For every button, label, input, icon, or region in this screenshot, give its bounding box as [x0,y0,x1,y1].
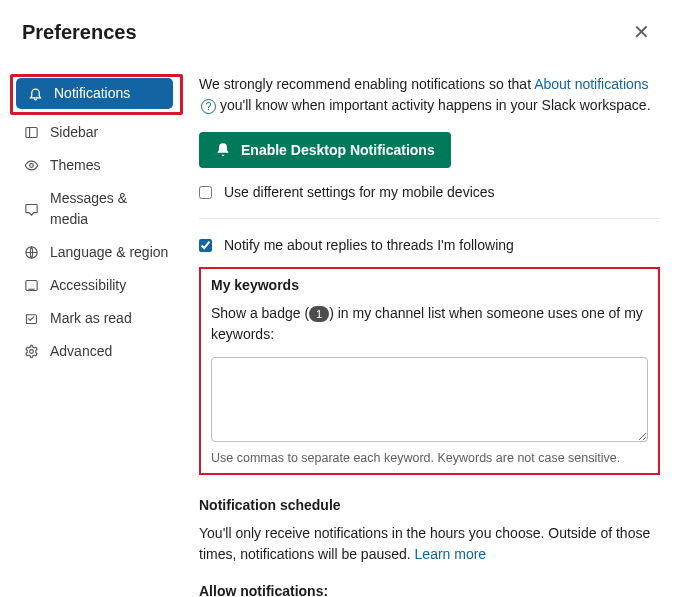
thread-replies-checkbox[interactable] [199,239,212,252]
schedule-title: Notification schedule [199,497,660,513]
sidebar-item-accessibility[interactable]: Accessibility [12,270,179,301]
svg-point-2 [29,164,33,168]
sidebar-item-notifications[interactable]: Notifications [16,78,173,109]
sidebar-item-messages-media[interactable]: Messages & media [12,183,179,235]
sidebar-item-label: Themes [50,155,101,176]
button-label: Enable Desktop Notifications [241,142,435,158]
sidebar-item-label: Language & region [50,242,168,263]
recommend-pre: We strongly recommend enabling notificat… [199,76,534,92]
learn-more-link[interactable]: Learn more [415,546,487,562]
about-notifications-link[interactable]: About notifications [534,76,648,92]
keywords-hint: Use commas to separate each keyword. Key… [211,451,648,465]
sidebar-item-label: Sidebar [50,122,98,143]
bell-icon [215,142,231,158]
mobile-settings-checkbox[interactable] [199,186,212,199]
check-badge-icon [22,310,40,328]
sidebar-item-notifications-highlight: Notifications [10,74,183,115]
globe-icon [22,244,40,262]
divider [199,218,660,219]
accessibility-icon [22,277,40,295]
svg-point-6 [29,350,33,354]
bell-icon [26,85,44,103]
sidebar-item-label: Advanced [50,341,112,362]
sidebar-item-advanced[interactable]: Advanced [12,336,179,367]
sidebar-item-label: Messages & media [50,188,169,230]
sidebar-item-language-region[interactable]: Language & region [12,237,179,268]
my-keywords-title: My keywords [211,277,648,293]
help-icon[interactable]: ? [201,99,216,114]
my-keywords-section: My keywords Show a badge (1) in my chann… [199,267,660,475]
gear-icon [22,343,40,361]
mobile-settings-label: Use different settings for my mobile dev… [224,184,495,200]
content-area: We strongly recommend enabling notificat… [185,58,680,597]
sidebar-icon [22,124,40,142]
sidebar-item-label: Mark as read [50,308,132,329]
enable-desktop-notifications-button[interactable]: Enable Desktop Notifications [199,132,451,168]
svg-rect-0 [25,128,36,138]
sidebar-item-mark-as-read[interactable]: Mark as read [12,303,179,334]
sidebar-item-themes[interactable]: Themes [12,150,179,181]
recommend-text: We strongly recommend enabling notificat… [199,74,660,116]
thread-replies-label: Notify me about replies to threads I'm f… [224,237,514,253]
keywords-input[interactable] [211,357,648,442]
my-keywords-desc: Show a badge (1) in my channel list when… [211,303,648,345]
message-icon [22,200,40,218]
close-icon[interactable]: ✕ [625,16,658,48]
sidebar-item-sidebar[interactable]: Sidebar [12,117,179,148]
sidebar-item-label: Accessibility [50,275,126,296]
keywords-desc-pre: Show a badge ( [211,305,309,321]
badge-count-icon: 1 [309,306,329,322]
sidebar: Notifications Sidebar Themes Messages & … [0,58,185,597]
allow-notifications-heading: Allow notifications: [199,583,660,597]
sidebar-item-label: Notifications [54,83,130,104]
page-title: Preferences [22,21,137,44]
eye-icon [22,157,40,175]
recommend-post: you'll know when important activity happ… [220,97,651,113]
schedule-desc: You'll only receive notifications in the… [199,523,660,565]
